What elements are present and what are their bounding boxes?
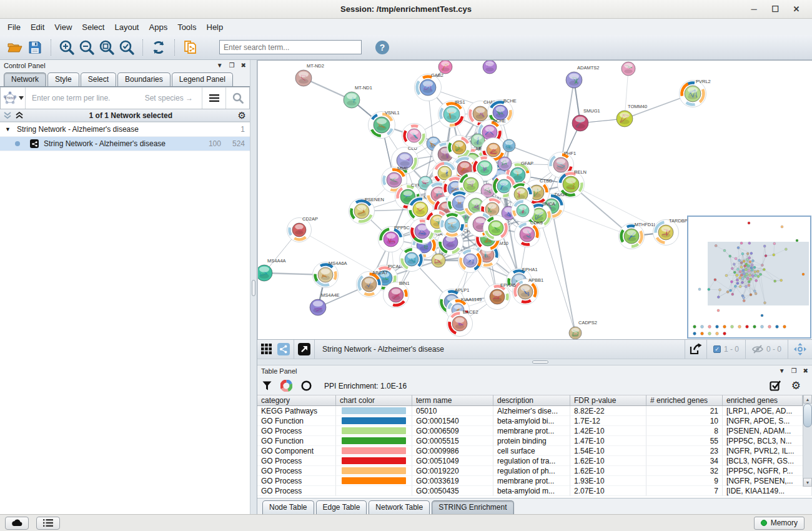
tab-network-table[interactable]: Network Table <box>369 500 430 514</box>
enrichment-chart-icon[interactable] <box>280 380 292 392</box>
network-node[interactable]: MS4A4E <box>310 292 340 315</box>
network-node[interactable]: GAB2 <box>415 72 444 101</box>
clear-chart-icon[interactable] <box>301 380 312 391</box>
column-header-FDR-p-value[interactable]: FDR p-value <box>570 395 646 406</box>
detach-view-icon[interactable] <box>298 343 310 355</box>
table-row[interactable]: GO ComponentGO:0009986cell surface1.54E-… <box>257 446 812 456</box>
network-birds-eye-view[interactable] <box>687 216 811 339</box>
network-node[interactable] <box>402 124 427 148</box>
memory-button[interactable]: Memory <box>754 517 805 530</box>
network-node[interactable] <box>483 216 509 241</box>
table-row[interactable]: GO ProcessGO:0006509membrane prot...1.42… <box>257 426 812 436</box>
open-session-button[interactable] <box>6 38 24 57</box>
table-scrollbar[interactable]: ▲ ▼ <box>803 395 812 487</box>
tab-edge-table[interactable]: Edge Table <box>316 500 367 514</box>
zoom-fit-button[interactable] <box>97 38 116 57</box>
network-node[interactable] <box>440 212 465 238</box>
network-options-gear-icon[interactable]: ⚙ <box>238 110 246 121</box>
expand-all-icon[interactable] <box>16 112 24 119</box>
network-node[interactable]: MT-ND2 <box>295 63 324 86</box>
network-node[interactable] <box>483 61 497 74</box>
network-collection-row[interactable]: ▼ String Network - Alzheimer's disease 1 <box>0 122 250 137</box>
menu-edit[interactable]: Edit <box>26 21 49 34</box>
panel-restore-icon[interactable]: ❒ <box>791 368 797 374</box>
network-node[interactable]: TARDBP <box>653 218 688 246</box>
zoom-out-button[interactable] <box>77 38 96 57</box>
menu-file[interactable]: File <box>2 21 26 34</box>
network-node[interactable] <box>621 62 635 76</box>
network-node[interactable] <box>498 157 512 171</box>
network-node[interactable]: VSNL1 <box>369 110 400 139</box>
splitter-handle[interactable] <box>252 280 255 296</box>
network-node[interactable]: CD2AP <box>287 216 319 242</box>
network-node[interactable]: TOMM40 <box>616 104 647 127</box>
table-row[interactable]: GO FunctionGO:0001540beta-amyloid bi...1… <box>257 416 812 426</box>
filter-icon[interactable] <box>262 381 272 390</box>
menu-tools[interactable]: Tools <box>172 21 201 34</box>
network-node[interactable]: MTHFD1L <box>619 222 656 249</box>
pan-tool[interactable] <box>788 340 812 359</box>
vertical-splitter[interactable] <box>250 60 257 514</box>
table-row[interactable]: GO ProcessGO:0050435beta-amyloid m...2.0… <box>257 486 812 496</box>
help-button[interactable]: ? <box>373 38 392 57</box>
minimize-button[interactable]: ─ <box>743 0 765 19</box>
table-row[interactable]: GO FunctionGO:0005515protein binding1.47… <box>257 436 812 446</box>
column-header-chart-color[interactable]: chart color <box>336 395 412 406</box>
panel-float-icon[interactable]: ▼ <box>217 62 223 69</box>
save-session-button[interactable] <box>26 38 44 57</box>
tab-boundaries[interactable]: Boundaries <box>117 72 171 86</box>
panel-float-icon[interactable]: ▼ <box>779 368 785 374</box>
network-node[interactable]: SMUG1 <box>572 108 600 131</box>
network-node[interactable] <box>458 249 483 273</box>
menu-layout[interactable]: Layout <box>109 21 144 34</box>
panel-close-icon[interactable]: ✖ <box>803 368 808 374</box>
table-row[interactable]: GO ProcessGO:0051049regulation of tra...… <box>257 456 812 466</box>
tab-network[interactable]: Network <box>4 72 46 86</box>
network-node[interactable] <box>400 247 424 272</box>
string-share-icon[interactable] <box>277 343 290 355</box>
network-node[interactable]: ADAMTS2 <box>566 65 599 88</box>
panel-restore-icon[interactable]: ❒ <box>229 62 235 69</box>
string-options-button[interactable] <box>202 87 225 109</box>
export-network-icon[interactable] <box>689 343 703 355</box>
network-node[interactable]: PPP5C <box>379 225 410 252</box>
column-header-description[interactable]: description <box>493 395 570 406</box>
grid-view-icon[interactable] <box>261 344 272 355</box>
network-node[interactable]: MS4A6A <box>313 261 347 288</box>
species-hint[interactable]: Set species → <box>145 94 193 102</box>
column-header-enriched-genes[interactable]: # enriched genes <box>646 395 723 406</box>
string-protein-query-selector[interactable]: STRING <box>1 87 26 109</box>
column-header-enriched-genes[interactable]: enriched genes <box>723 395 803 406</box>
close-button[interactable]: ✕ <box>786 0 807 19</box>
tab-style[interactable]: Style <box>47 72 79 86</box>
network-node[interactable]: MS4A4A <box>258 258 286 281</box>
table-row[interactable]: GO ProcessGO:0019220regulation of ph...1… <box>257 466 812 476</box>
network-node[interactable]: EPHA5 <box>485 282 516 310</box>
column-header-term-name[interactable]: term name <box>412 395 493 406</box>
task-history-button[interactable] <box>36 517 60 530</box>
network-node[interactable] <box>503 139 515 152</box>
menu-select[interactable]: Select <box>77 21 109 34</box>
network-row[interactable]: String Network - Alzheimer's disease 100… <box>0 137 250 151</box>
table-row[interactable]: KEGG Pathways05010Alzheimer's dise...8.8… <box>257 406 812 416</box>
string-query-input[interactable]: Enter one term per line. Set species → <box>26 87 202 109</box>
clone-network-button[interactable] <box>181 38 200 57</box>
zoom-in-button[interactable] <box>57 38 76 57</box>
menu-apps[interactable]: Apps <box>144 21 173 34</box>
scroll-down-arrow[interactable]: ▼ <box>803 478 812 487</box>
automation-status-button[interactable] <box>5 517 29 530</box>
string-search-button[interactable] <box>225 87 249 109</box>
scroll-up-arrow[interactable]: ▲ <box>803 395 812 404</box>
table-row[interactable]: GO ProcessGO:0033619membrane prot...1.93… <box>257 476 812 486</box>
tab-select[interactable]: Select <box>81 72 116 86</box>
panel-close-icon[interactable]: ✖ <box>241 62 246 69</box>
tab-legend-panel[interactable]: Legend Panel <box>172 72 233 86</box>
network-node[interactable]: PVRL2 <box>680 79 711 107</box>
menu-help[interactable]: Help <box>202 21 229 34</box>
horizontal-splitter[interactable] <box>257 359 812 365</box>
column-header-category[interactable]: category <box>257 395 336 406</box>
maximize-button[interactable]: ☐ <box>765 0 786 19</box>
collapse-all-icon[interactable] <box>4 112 12 119</box>
menu-view[interactable]: View <box>49 21 77 34</box>
table-settings-gear-icon[interactable]: ⚙ <box>791 380 801 391</box>
